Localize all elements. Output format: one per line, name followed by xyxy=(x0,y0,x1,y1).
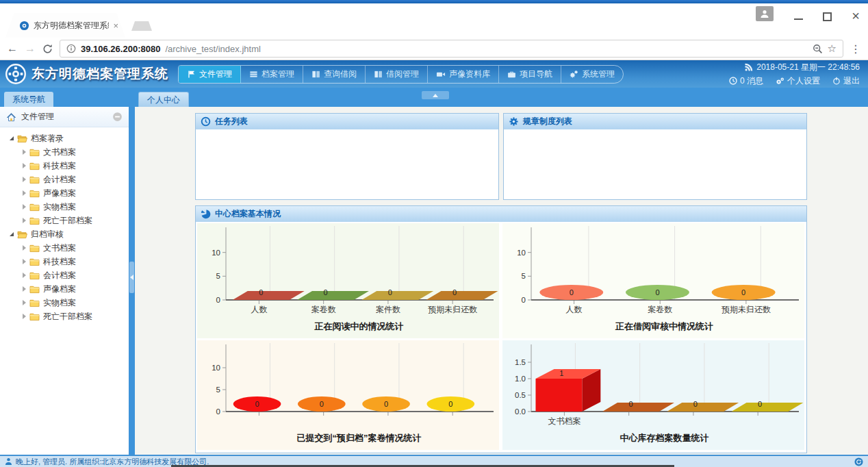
menu-av[interactable]: 声像资料库 xyxy=(428,66,499,83)
svg-text:0: 0 xyxy=(216,407,220,416)
sidebar-splitter[interactable] xyxy=(129,107,135,455)
splitter-thumb[interactable] xyxy=(129,262,134,293)
tree-expander-icon[interactable] xyxy=(10,232,14,236)
address-bar[interactable]: 39.106.26.200:8080 /archive_test/index.j… xyxy=(60,40,843,58)
collapse-header-handle[interactable] xyxy=(422,91,449,99)
tree-expander-icon[interactable] xyxy=(23,245,26,251)
svg-text:5: 5 xyxy=(521,272,525,280)
site-favicon-icon xyxy=(19,21,29,31)
browser-menu-icon[interactable]: ⋮ xyxy=(850,42,861,55)
panel-title: 规章制度列表 xyxy=(523,116,572,127)
svg-text:5: 5 xyxy=(216,386,220,394)
tab-close-icon[interactable]: × xyxy=(113,21,118,31)
tree-item-0-2[interactable]: 会计档案 xyxy=(0,173,129,186)
tree-item-1-4[interactable]: 实物档案 xyxy=(0,296,129,310)
tree-item-label: 科技档案 xyxy=(43,256,76,268)
tree-item-0-1[interactable]: 科技档案 xyxy=(0,159,129,173)
menu-file[interactable]: 文件管理 xyxy=(179,66,241,83)
tree-group-label: 归档审核 xyxy=(31,229,64,240)
tree-root-node[interactable]: 文件管理 xyxy=(0,107,129,127)
tree-item-0-4[interactable]: 实物档案 xyxy=(0,200,129,214)
tree-item-1-1[interactable]: 科技档案 xyxy=(0,255,129,268)
menu-archive[interactable]: 档案管理 xyxy=(241,66,303,83)
gears-icon xyxy=(776,77,784,86)
tree-expander-icon[interactable] xyxy=(23,273,26,278)
gear-icon xyxy=(509,116,519,127)
collapse-tree-icon[interactable] xyxy=(112,112,123,122)
back-button[interactable]: ← xyxy=(7,43,18,54)
columns-icon xyxy=(374,70,383,79)
main-content: 任务列表 规章制度列表 中心档案基本情况 xyxy=(135,107,868,455)
close-button[interactable]: × xyxy=(852,8,860,24)
tree-expander-icon[interactable] xyxy=(23,204,26,210)
maximize-button[interactable] xyxy=(823,12,832,21)
tree-expander-icon[interactable] xyxy=(23,314,26,319)
forward-button[interactable]: → xyxy=(25,43,36,54)
tree-item-1-2[interactable]: 会计档案 xyxy=(0,268,129,282)
folder-open-icon xyxy=(17,230,27,239)
sidebar: 文件管理 档案著录文书档案科技档案会计档案声像档案实物档案死亡干部档案归档审核文… xyxy=(0,107,129,455)
sidebar-tab-navigation[interactable]: 系统导航 xyxy=(4,92,53,107)
menu-item-label: 声像资料库 xyxy=(449,68,490,80)
tree-expander-icon[interactable] xyxy=(23,149,26,155)
tree-item-label: 科技档案 xyxy=(43,160,76,172)
file-icon xyxy=(187,70,196,79)
menu-item-label: 档案管理 xyxy=(261,68,294,80)
zoom-out-icon[interactable] xyxy=(813,44,823,54)
tree-item-0-0[interactable]: 文书档案 xyxy=(0,145,129,159)
tree-item-label: 实物档案 xyxy=(43,297,76,309)
tree-item-label: 会计档案 xyxy=(43,270,76,281)
folder-icon xyxy=(29,257,40,266)
messages-link[interactable]: 0 消息 xyxy=(729,75,763,87)
folder-open-icon xyxy=(17,134,27,143)
folder-icon xyxy=(29,244,40,253)
chart-reading-stats: 0510人数0案卷数0案件数0预期未归还数0正在阅读中的情况统计 xyxy=(197,223,500,338)
folder-icon xyxy=(29,299,40,307)
url-host: 39.106.26.200:8080 xyxy=(81,44,160,54)
tree-item-0-3[interactable]: 声像档案 xyxy=(0,186,129,200)
folder-icon xyxy=(29,175,40,184)
clock-icon xyxy=(729,77,737,85)
tree-expander-icon[interactable] xyxy=(23,300,26,305)
menu-project[interactable]: 项目导航 xyxy=(499,66,561,83)
logout-link[interactable]: 退出 xyxy=(832,75,860,87)
tree-expander-icon[interactable] xyxy=(23,190,26,196)
browser-tab-bar: 东方明德档案管理系统 × × xyxy=(0,3,868,38)
svg-text:0: 0 xyxy=(655,288,659,296)
bookmark-star-icon[interactable]: ☆ xyxy=(828,42,837,55)
browser-tab[interactable]: 东方明德档案管理系统 × xyxy=(5,13,125,38)
new-tab-button[interactable] xyxy=(131,21,152,31)
tree-item-0-5[interactable]: 死亡干部档案 xyxy=(0,214,129,227)
folder-icon xyxy=(29,271,40,280)
columns-icon xyxy=(311,70,320,79)
tree-item-1-5[interactable]: 死亡干部档案 xyxy=(0,310,129,323)
pie-chart-icon xyxy=(201,209,211,219)
menu-search[interactable]: 查询借阅 xyxy=(303,66,366,83)
tree-expander-icon[interactable] xyxy=(23,163,26,168)
reload-button[interactable] xyxy=(42,44,53,54)
svg-text:5: 5 xyxy=(216,272,220,280)
tree-expander-icon[interactable] xyxy=(10,136,14,140)
menu-system[interactable]: 系统管理 xyxy=(561,66,623,83)
tree-group-1[interactable]: 归档审核 xyxy=(0,227,129,241)
tree-item-label: 死亡干部档案 xyxy=(43,311,92,323)
tree-expander-icon[interactable] xyxy=(23,259,26,264)
tree-item-1-3[interactable]: 声像档案 xyxy=(0,282,129,296)
datetime-row: 2018-05-21 星期一 22:48:56 xyxy=(745,62,860,73)
refresh-icon[interactable] xyxy=(854,457,863,466)
tree-item-1-0[interactable]: 文书档案 xyxy=(0,241,129,255)
tab-personal-center[interactable]: 个人中心 xyxy=(138,92,189,107)
personal-settings-link[interactable]: 个人设置 xyxy=(776,75,820,87)
tree-expander-icon[interactable] xyxy=(23,177,26,182)
minimize-button[interactable] xyxy=(794,18,803,20)
tree-item-label: 文书档案 xyxy=(43,147,76,158)
info-icon[interactable] xyxy=(66,44,76,53)
browser-profile-icon[interactable] xyxy=(756,6,774,21)
folder-icon xyxy=(29,162,40,171)
tree-group-0[interactable]: 档案著录 xyxy=(0,131,129,145)
tree-expander-icon[interactable] xyxy=(23,286,26,292)
panel-header: 任务列表 xyxy=(196,114,498,129)
menu-borrow[interactable]: 借阅管理 xyxy=(366,66,428,83)
svg-text:0: 0 xyxy=(320,400,324,408)
tree-expander-icon[interactable] xyxy=(23,218,26,223)
